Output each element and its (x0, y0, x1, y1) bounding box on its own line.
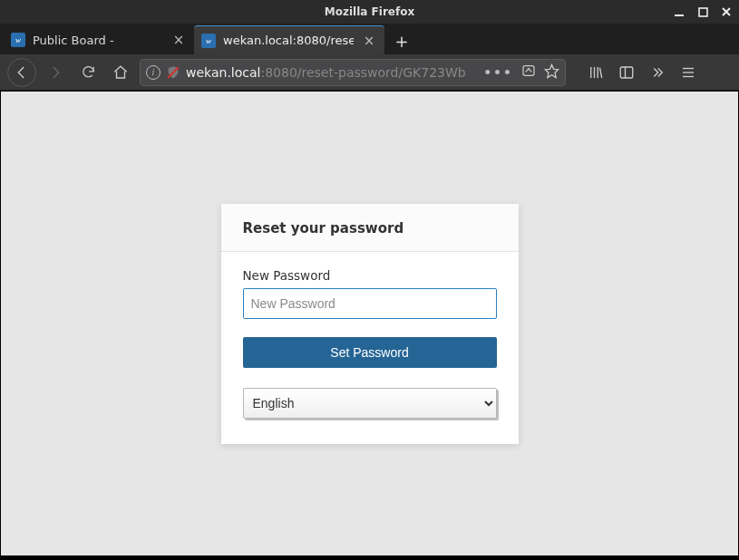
window-title: Mozilla Firefox (325, 5, 414, 18)
browser-toolbar: i wekan.local:8080/reset-password/GK723W… (0, 54, 739, 91)
home-button[interactable] (107, 59, 134, 86)
new-tab-button[interactable]: + (388, 27, 415, 54)
menu-button[interactable] (675, 59, 702, 86)
language-select[interactable]: English (243, 388, 497, 419)
overflow-button[interactable] (644, 59, 671, 86)
favicon-icon: w (201, 34, 216, 48)
reader-mode-icon[interactable] (520, 63, 537, 81)
svg-line-10 (600, 67, 602, 77)
bookmark-star-icon[interactable] (544, 63, 559, 82)
tab-close-button[interactable]: × (170, 32, 187, 48)
set-password-button[interactable]: Set Password (243, 337, 497, 368)
favicon-icon: w (11, 33, 25, 47)
window-titlebar: Mozilla Firefox (0, 0, 739, 24)
site-info-icon[interactable]: i (146, 65, 160, 80)
window-maximize-button[interactable] (695, 5, 710, 19)
svg-rect-5 (523, 66, 534, 76)
new-password-input[interactable] (243, 288, 497, 319)
browser-tab-1[interactable]: w wekan.local:8080/reset- × (194, 25, 384, 54)
page-viewport: Reset your password New Password Set Pas… (0, 91, 739, 556)
svg-marker-6 (545, 64, 558, 77)
reload-button[interactable] (74, 59, 102, 86)
page-actions-icon[interactable]: ••• (483, 65, 513, 80)
reset-password-card: Reset your password New Password Set Pas… (221, 204, 519, 444)
svg-rect-1 (699, 8, 707, 16)
tab-title: Public Board - (33, 34, 163, 47)
tab-title: wekan.local:8080/reset- (223, 34, 354, 47)
address-bar[interactable]: i wekan.local:8080/reset-password/GK723W… (140, 59, 566, 86)
window-minimize-button[interactable] (672, 5, 686, 19)
insecure-connection-icon[interactable] (166, 65, 180, 80)
library-button[interactable] (582, 59, 609, 86)
new-password-label: New Password (243, 268, 497, 283)
window-close-button[interactable] (719, 5, 734, 19)
tab-close-button[interactable]: × (361, 33, 377, 49)
tab-strip: w Public Board - × w wekan.local:8080/re… (0, 24, 739, 54)
back-button[interactable] (7, 58, 36, 87)
svg-rect-11 (620, 67, 633, 78)
forward-button[interactable] (42, 59, 69, 86)
browser-tab-0[interactable]: w Public Board - × (4, 25, 194, 54)
sidebar-button[interactable] (613, 59, 640, 86)
card-heading: Reset your password (221, 204, 519, 252)
url-text: wekan.local:8080/reset-password/GK723Wb (186, 65, 478, 80)
